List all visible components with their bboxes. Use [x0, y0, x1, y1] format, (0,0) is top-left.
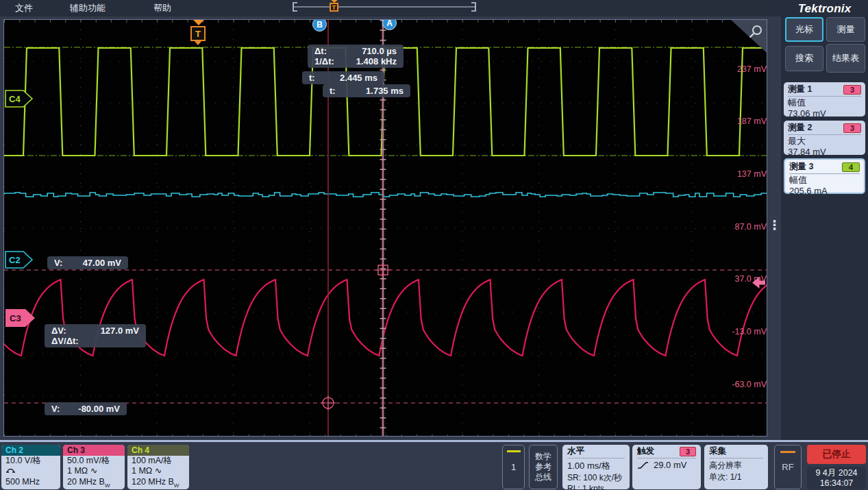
dvdt-label: ΔV/Δt: [51, 336, 79, 346]
axis-label-237mv: 237 mV [702, 64, 767, 74]
horizontal-record-length: RL: 1 kpts [567, 484, 625, 490]
acquisition-badge[interactable]: 采集 高分辨率 单次: 1/1 [704, 445, 768, 489]
t-a-label: t: [309, 73, 315, 83]
measurement-2-source-chip: 3 [843, 123, 861, 133]
axis-label-neg13mv: -13.0 mV [702, 327, 767, 336]
cursor-a-time-readout: t:2.445 ms [302, 71, 384, 84]
measurement-2-value: 37.84 mV [788, 147, 861, 158]
horizontal-scale: 1.00 ms/格 [567, 460, 625, 472]
measurement-2-badge[interactable]: 测量 2 3 最大 37.84 mV [784, 121, 865, 155]
channel-4-badge[interactable]: Ch 4 100 mA/格 1 MΩ ∿ 120 MHz BW [127, 445, 189, 489]
channel-2-bandwidth: 500 MHz [1, 477, 60, 487]
inv-dt-label: 1/Δt: [314, 56, 334, 66]
trigger-position-flag-icon[interactable]: T [190, 26, 206, 41]
results-table-button[interactable]: 结果表 [826, 44, 865, 73]
v2-value: -80.00 mV [78, 404, 120, 414]
stopped-button[interactable]: 已停止 [807, 445, 866, 464]
horizontal-badge[interactable]: 水平 1.00 ms/格 SR: 100 k次/秒 RL: 1 kpts [562, 445, 630, 489]
measurement-2-title: 测量 2 [788, 122, 812, 134]
horizontal-sample-rate: SR: 100 k次/秒 [567, 472, 625, 484]
axis-label-187mv: 187 mV [702, 117, 767, 126]
measurement-1-badge[interactable]: 测量 1 3 幅值 73.06 mV [784, 82, 865, 117]
channel-2-badge[interactable]: Ch 2 10.0 V/格 500 MHz [1, 445, 60, 489]
channel-2-badge-title: Ch 2 [1, 445, 60, 456]
acquisition-title: 采集 [709, 445, 726, 457]
channel-3-label-text: C3 [10, 313, 21, 323]
measurement-3-value: 205.6 mA [789, 186, 860, 197]
measurement-1-value: 73.06 mV [788, 108, 861, 119]
measurement-1-source-chip: 3 [843, 85, 861, 95]
channel-4-label[interactable]: C4 [5, 90, 34, 108]
cursor-v1-readout: V:47.00 mV [47, 256, 128, 269]
horizontal-position-minimap[interactable]: T [291, 1, 478, 13]
channel-3-badge[interactable]: Ch 3 50.0 mV/格 1 MΩ ∿ 20 MHz BW [63, 445, 125, 489]
minimap-track-icon [291, 1, 478, 13]
acquisition-single: 单次: 1/1 [709, 471, 763, 483]
t-b-value: 1.735 ms [366, 86, 404, 96]
date-label: 9 4月 2024 [815, 468, 857, 478]
yellow-trace-icon [507, 450, 521, 452]
math-label: 数学 [530, 452, 557, 462]
current-probe-icon [5, 466, 16, 474]
measurement-3-source-chip: 4 [842, 162, 860, 172]
measurement-3-title: 测量 3 [789, 161, 813, 173]
rf-badge[interactable]: RF [774, 445, 802, 489]
date-time-badge: 9 4月 2024 16:34:07 [807, 467, 866, 489]
channel-3-bandwidth: 20 MHz BW [63, 477, 125, 489]
menu-utility[interactable]: 辅助功能 [70, 2, 106, 14]
trigger-source-chip: 3 [680, 447, 696, 456]
math-ref-bus-button[interactable]: 数学 参考 总线 [529, 445, 558, 489]
trigger-position-arrow-icon [193, 20, 204, 25]
reference-label: 参考 [530, 462, 557, 472]
channel-2-scale: 10.0 V/格 [1, 456, 60, 466]
menu-file[interactable]: 文件 [15, 2, 33, 14]
dv-label: ΔV: [51, 326, 66, 336]
measurement-3-badge[interactable]: 测量 3 4 幅值 205.6 mA [784, 158, 865, 194]
cursor-v2-readout: V:-80.00 mV [45, 402, 127, 415]
measure-button[interactable]: 测量 [826, 17, 865, 42]
channel-4-label-text: C4 [9, 94, 21, 104]
bottom-bar: Ch 2 10.0 V/格 500 MHz Ch 3 50.0 mV/格 1 M… [0, 440, 868, 490]
trigger-level: 29.0 mV [654, 460, 686, 470]
waveform-svg [4, 20, 767, 437]
tektronix-logo: Tektronix [781, 2, 868, 16]
measurement-1-title: 测量 1 [788, 84, 812, 95]
channel-2-probe-row [1, 466, 60, 476]
trigger-level-row: 29.0 mV [637, 460, 696, 470]
t-b-label: t: [330, 86, 336, 96]
channel-3-scale: 50.0 mV/格 [63, 456, 125, 466]
rf-label: RF [775, 462, 801, 472]
acquisition-mode: 高分辨率 [709, 460, 763, 471]
axis-label-137mv: 137 mV [702, 169, 767, 179]
channel-4-bandwidth: 120 MHz BW [127, 477, 189, 489]
trigger-title: 触发 [637, 445, 654, 457]
channel-3-impedance: 1 MΩ ∿ [63, 466, 125, 476]
dt-value: 710.0 µs [362, 46, 397, 56]
t-a-value: 2.445 ms [340, 73, 377, 83]
channel-2-label[interactable]: C2 [5, 251, 34, 269]
rising-edge-icon [637, 461, 649, 469]
time-label: 16:34:07 [820, 478, 854, 489]
waveform-display[interactable]: T B A Δt:710.0 µs 1/Δt:1.408 kHz t:2.445… [3, 19, 767, 437]
cursor-delta-readout: Δt:710.0 µs 1/Δt:1.408 kHz [308, 45, 404, 68]
search-button[interactable]: 搜索 [785, 46, 823, 71]
channel-2-label-text: C2 [9, 255, 21, 265]
cursors-button[interactable]: 光标 [785, 17, 823, 42]
channel-4-scale: 100 mA/格 [127, 456, 189, 466]
minimap-trigger-flag-icon[interactable]: T [330, 3, 338, 12]
inv-dt-value: 1.408 kHz [356, 56, 397, 66]
measurement-1-name: 幅值 [788, 97, 861, 108]
waveform-one-label: 1 [503, 462, 524, 472]
dv-value: 127.0 mV [101, 326, 139, 336]
channel-3-label[interactable]: C3 [5, 308, 36, 328]
horizontal-title: 水平 [567, 445, 584, 457]
right-panel: Tektronix 光标 测量 搜索 结果表 测量 1 3 幅值 73.06 m… [781, 0, 868, 440]
panel-drag-handle[interactable]: ⋮ [768, 222, 780, 229]
trigger-badge[interactable]: 触发 3 29.0 mV [632, 445, 701, 489]
v2-label: V: [51, 404, 60, 414]
menu-help[interactable]: 帮助 [153, 2, 171, 14]
cursor-b-time-readout: t:1.735 ms [323, 84, 410, 97]
dt-label: Δt: [314, 46, 327, 56]
axis-label-neg63mv: -63.0 mV [702, 380, 767, 389]
waveform-one-badge[interactable]: 1 [502, 445, 525, 489]
